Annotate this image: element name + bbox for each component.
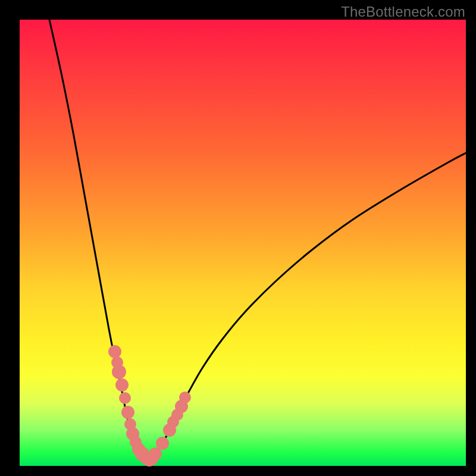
bottleneck-curve [49,20,466,461]
watermark-text: TheBottleneck.com [341,4,465,20]
v-curve-path [49,20,466,461]
plot-area [20,20,466,466]
data-dot [112,365,126,379]
data-dot [179,392,191,403]
data-dot [149,447,162,461]
chart-frame: TheBottleneck.com [0,0,476,476]
data-dots [108,345,191,466]
data-dot [156,437,169,450]
data-dot [119,392,131,404]
data-dot [121,406,134,419]
curve-layer [20,20,466,466]
data-dot [115,378,129,392]
data-dot [108,345,121,358]
